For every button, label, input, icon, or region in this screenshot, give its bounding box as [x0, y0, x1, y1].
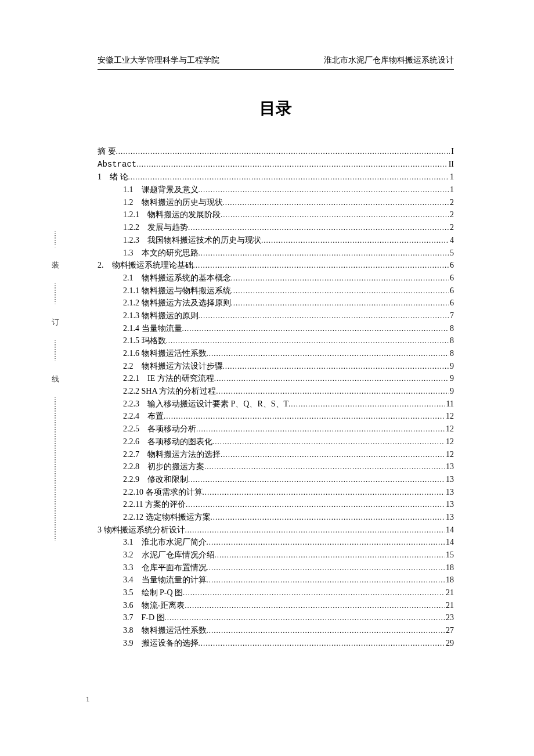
toc-entry-page: 14: [445, 536, 454, 549]
toc-entry-page: 5: [449, 247, 454, 260]
toc-entry-label: 2.2.11 方案的评价: [123, 498, 186, 511]
header-left: 安徽工业大学管理科学与工程学院: [98, 55, 219, 66]
toc-leader-dots: ........................................…: [186, 499, 445, 510]
toc-leader-dots: ........................................…: [207, 348, 449, 359]
table-of-contents: 摘 要.....................................…: [98, 145, 454, 650]
toc-entry: 2.2.8 初步的搬运方案...........................…: [98, 460, 454, 473]
toc-entry-label: 2.2.5 各项移动分析: [123, 423, 196, 435]
toc-leader-dots: ........................................…: [214, 373, 449, 384]
toc-entry-page: 21: [445, 599, 454, 612]
toc-entry-label: 1.1 课题背景及意义: [123, 183, 199, 196]
toc-entry-page: 8: [449, 334, 454, 347]
toc-leader-dots: ........................................…: [207, 625, 445, 636]
toc-leader-dots: ........................................…: [204, 461, 445, 473]
toc-leader-dots: ........................................…: [211, 512, 445, 523]
toc-leader-dots: ........................................…: [203, 487, 445, 498]
toc-entry: 2.2.11 方案的评价............................…: [98, 498, 454, 511]
toc-entry: 2.2.6 各项移动的图表化..........................…: [98, 435, 454, 448]
toc-entry-page: II: [448, 158, 454, 171]
toc-entry-page: 2: [449, 196, 454, 209]
toc-entry-page: 18: [445, 574, 454, 586]
toc-entry-page: 2: [449, 208, 454, 221]
toc-entry-label: 2.1.3 物料搬运的原则: [123, 309, 199, 322]
toc-entry-label: 3.9 搬运设备的选择: [123, 637, 199, 650]
page-header: 安徽工业大学管理科学与工程学院 淮北市水泥厂仓库物料搬运系统设计: [98, 55, 454, 70]
toc-entry: 2.1 物料搬运系统的基本概念 ........................…: [98, 272, 454, 285]
toc-entry: 1.2.2 发展与趋势.............................…: [98, 221, 454, 234]
toc-leader-dots: ........................................…: [207, 574, 445, 586]
toc-leader-dots: ........................................…: [223, 197, 449, 208]
toc-entry: 2.1.1 物料搬运与物料搬运系统.......................…: [98, 285, 454, 297]
toc-entry: 3.3 仓库平面布置情况 ...........................…: [98, 561, 454, 574]
toc-entry-label: 2.1.6 物料搬运活性系数: [123, 347, 207, 360]
toc-entry-label: 2.2.12 选定物料搬运方案: [123, 511, 211, 524]
toc-entry-page: 13: [445, 473, 454, 486]
toc-entry-page: 21: [445, 586, 454, 599]
toc-entry-page: 8: [449, 322, 454, 335]
toc-entry: 2.2.10 各项需求的计算 .........................…: [98, 486, 454, 499]
toc-entry-page: 7: [449, 309, 454, 322]
toc-entry-page: 29: [445, 637, 454, 650]
toc-entry-page: 13: [445, 511, 454, 524]
toc-entry: 2.1.6 物料搬运活性系数..........................…: [98, 347, 454, 360]
toc-leader-dots: ........................................…: [261, 235, 449, 246]
toc-entry-label: 2.2 物料搬运方法设计步骤: [123, 360, 223, 373]
toc-entry-page: 11: [445, 398, 454, 411]
toc-entry-page: I: [450, 145, 454, 158]
toc-entry: 2.1.5 玛格数...............................…: [98, 334, 454, 347]
toc-entry: 1.1 课题背景及意义 ............................…: [98, 183, 454, 196]
page-number: 1: [86, 694, 90, 704]
toc-leader-dots: ........................................…: [223, 361, 449, 372]
toc-entry-page: 13: [445, 498, 454, 511]
toc-entry-page: 1: [449, 183, 454, 196]
toc-entry: 3 物料搬运系统分析设计 ...........................…: [98, 524, 454, 537]
toc-leader-dots: ........................................…: [196, 423, 445, 435]
toc-entry: 摘 要.....................................…: [98, 145, 454, 158]
toc-leader-dots: ........................................…: [166, 335, 449, 347]
toc-entry-page: 12: [445, 448, 454, 461]
toc-leader-dots: ........................................…: [199, 638, 445, 649]
toc-entry-label: 2.2.8 初步的搬运方案: [123, 460, 204, 473]
page-content: 安徽工业大学管理科学与工程学院 淮北市水泥厂仓库物料搬运系统设计 目录 摘 要.…: [0, 0, 534, 685]
toc-entry-page: 12: [445, 410, 454, 423]
toc-entry-label: 2.1.4 当量物流量: [123, 322, 182, 335]
toc-leader-dots: ........................................…: [199, 247, 449, 259]
binding-char-1: 装: [51, 260, 59, 271]
toc-leader-dots: ........................................…: [136, 159, 447, 170]
toc-leader-dots: ........................................…: [207, 537, 445, 548]
toc-leader-dots: ........................................…: [288, 398, 445, 410]
toc-entry-label: 3 物料搬运系统分析设计: [98, 524, 185, 537]
toc-entry: 3.1 淮北市水泥厂简介 ...........................…: [98, 536, 454, 549]
toc-entry-label: 3.6 物流-距离表: [123, 599, 185, 612]
toc-entry-page: 1: [449, 171, 454, 183]
toc-entry-label: 3.1 淮北市水泥厂简介: [123, 536, 207, 549]
toc-entry: 3.8 物料搬运活性系数 ...........................…: [98, 624, 454, 637]
binding-char-2: 订: [51, 317, 59, 327]
toc-leader-dots: ........................................…: [188, 474, 445, 485]
toc-entry-page: 15: [445, 549, 454, 561]
toc-leader-dots: ........................................…: [199, 184, 449, 196]
toc-entry-label: 2.1.2 物料搬运方法及选择原则: [123, 297, 231, 309]
toc-entry: 1.2 物料搬运的历史与现状 .........................…: [98, 196, 454, 209]
toc-entry-label: 摘 要: [98, 145, 116, 158]
toc-leader-dots: ........................................…: [193, 260, 449, 271]
toc-entry: 2.2.2 SHA 方法的分析过程.......................…: [98, 385, 454, 398]
toc-leader-dots: ........................................…: [231, 297, 449, 309]
toc-entry-page: 6: [449, 285, 454, 297]
toc-entry: 3.4 当量物流量的计算 ...........................…: [98, 574, 454, 586]
toc-leader-dots: ........................................…: [199, 310, 449, 322]
toc-leader-dots: ........................................…: [188, 222, 449, 233]
toc-leader-dots: ........................................…: [164, 411, 445, 422]
toc-entry-label: 1 绪 论: [98, 171, 128, 183]
toc-entry-label: 2.2.9 修改和限制: [123, 473, 188, 486]
toc-leader-dots: ........................................…: [216, 386, 449, 397]
toc-entry: 2.2.1 IE 方法的研究流程 .......................…: [98, 372, 454, 385]
toc-entry: Abstract................................…: [98, 158, 454, 171]
toc-leader-dots: ........................................…: [212, 436, 445, 448]
toc-entry-label: 3.3 仓库平面布置情况: [123, 561, 207, 574]
toc-entry-label: 2.2.2 SHA 方法的分析过程: [123, 385, 216, 398]
toc-entry: 2.2.5 各项移动分析............................…: [98, 423, 454, 435]
toc-leader-dots: ........................................…: [116, 146, 450, 157]
toc-entry-label: 2.1.5 玛格数: [123, 334, 166, 347]
toc-title: 目录: [98, 98, 454, 120]
